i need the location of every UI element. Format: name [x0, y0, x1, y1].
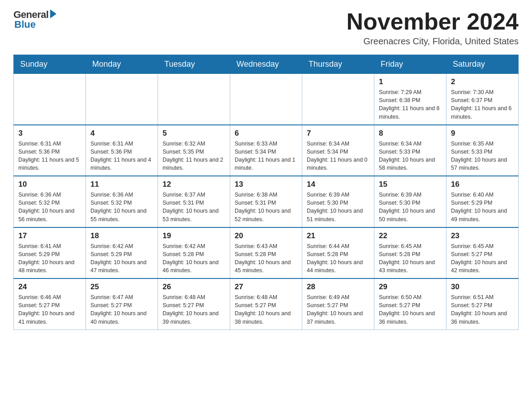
- day-number: 11: [90, 180, 153, 189]
- day-number: 10: [18, 180, 81, 189]
- logo: General Blue: [13, 9, 56, 30]
- day-number: 27: [235, 283, 297, 291]
- calendar-cell: [302, 74, 374, 125]
- calendar-cell: 7Sunrise: 6:34 AM Sunset: 5:34 PM Daylig…: [302, 125, 374, 176]
- day-info: Sunrise: 6:50 AM Sunset: 5:27 PM Dayligh…: [379, 293, 442, 326]
- calendar-cell: 8Sunrise: 6:34 AM Sunset: 5:33 PM Daylig…: [374, 125, 446, 176]
- calendar-cell: 18Sunrise: 6:42 AM Sunset: 5:29 PM Dayli…: [86, 227, 158, 279]
- day-number: 22: [379, 231, 442, 240]
- calendar-cell: 16Sunrise: 6:40 AM Sunset: 5:29 PM Dayli…: [446, 176, 519, 227]
- calendar-week-row: 10Sunrise: 6:36 AM Sunset: 5:32 PM Dayli…: [14, 176, 519, 227]
- weekday-header-sunday: Sunday: [14, 55, 86, 74]
- day-info: Sunrise: 6:36 AM Sunset: 5:32 PM Dayligh…: [18, 191, 81, 223]
- month-title: November 2024: [347, 9, 519, 34]
- day-info: Sunrise: 7:29 AM Sunset: 6:38 PM Dayligh…: [379, 88, 442, 121]
- day-info: Sunrise: 6:44 AM Sunset: 5:28 PM Dayligh…: [307, 242, 369, 275]
- day-info: Sunrise: 6:42 AM Sunset: 5:28 PM Dayligh…: [163, 242, 225, 275]
- day-info: Sunrise: 6:38 AM Sunset: 5:31 PM Dayligh…: [235, 191, 297, 223]
- day-number: 23: [451, 231, 514, 240]
- weekday-header-saturday: Saturday: [446, 55, 519, 74]
- calendar-cell: 4Sunrise: 6:31 AM Sunset: 5:36 PM Daylig…: [86, 125, 158, 176]
- calendar-cell: 13Sunrise: 6:38 AM Sunset: 5:31 PM Dayli…: [230, 176, 302, 227]
- calendar-cell: 26Sunrise: 6:48 AM Sunset: 5:27 PM Dayli…: [158, 278, 230, 330]
- calendar-cell: 10Sunrise: 6:36 AM Sunset: 5:32 PM Dayli…: [14, 176, 86, 227]
- day-number: 2: [451, 77, 514, 86]
- day-number: 29: [379, 283, 442, 291]
- weekday-header-tuesday: Tuesday: [158, 55, 230, 74]
- calendar-cell: 19Sunrise: 6:42 AM Sunset: 5:28 PM Dayli…: [158, 227, 230, 279]
- weekday-header-row: SundayMondayTuesdayWednesdayThursdayFrid…: [14, 55, 519, 74]
- day-number: 16: [451, 180, 514, 189]
- calendar-table: SundayMondayTuesdayWednesdayThursdayFrid…: [13, 55, 519, 330]
- calendar-cell: [158, 74, 230, 125]
- weekday-header-friday: Friday: [374, 55, 446, 74]
- calendar-cell: 30Sunrise: 6:51 AM Sunset: 5:27 PM Dayli…: [446, 278, 519, 330]
- day-number: 8: [379, 129, 442, 138]
- calendar-cell: [86, 74, 158, 125]
- calendar-week-row: 17Sunrise: 6:41 AM Sunset: 5:29 PM Dayli…: [14, 227, 519, 279]
- calendar-cell: 29Sunrise: 6:50 AM Sunset: 5:27 PM Dayli…: [374, 278, 446, 330]
- day-info: Sunrise: 6:39 AM Sunset: 5:30 PM Dayligh…: [379, 191, 442, 223]
- day-number: 4: [90, 129, 153, 138]
- day-number: 18: [90, 231, 153, 240]
- day-number: 13: [235, 180, 297, 189]
- day-info: Sunrise: 7:30 AM Sunset: 6:37 PM Dayligh…: [451, 88, 514, 121]
- day-info: Sunrise: 6:41 AM Sunset: 5:29 PM Dayligh…: [18, 242, 81, 275]
- day-info: Sunrise: 6:49 AM Sunset: 5:27 PM Dayligh…: [307, 293, 369, 326]
- day-number: 5: [163, 129, 225, 138]
- calendar-cell: 24Sunrise: 6:46 AM Sunset: 5:27 PM Dayli…: [14, 278, 86, 330]
- calendar-cell: 14Sunrise: 6:39 AM Sunset: 5:30 PM Dayli…: [302, 176, 374, 227]
- calendar-cell: 1Sunrise: 7:29 AM Sunset: 6:38 PM Daylig…: [374, 74, 446, 125]
- day-info: Sunrise: 6:33 AM Sunset: 5:34 PM Dayligh…: [235, 140, 297, 172]
- day-number: 14: [307, 180, 369, 189]
- day-number: 3: [18, 129, 81, 138]
- calendar-cell: 23Sunrise: 6:45 AM Sunset: 5:27 PM Dayli…: [446, 227, 519, 279]
- logo-blue-text: Blue: [14, 19, 36, 30]
- day-number: 17: [18, 231, 81, 240]
- calendar-cell: 3Sunrise: 6:31 AM Sunset: 5:36 PM Daylig…: [14, 125, 86, 176]
- day-number: 26: [163, 283, 225, 291]
- calendar-cell: 12Sunrise: 6:37 AM Sunset: 5:31 PM Dayli…: [158, 176, 230, 227]
- weekday-header-monday: Monday: [86, 55, 158, 74]
- day-info: Sunrise: 6:45 AM Sunset: 5:27 PM Dayligh…: [451, 242, 514, 275]
- day-number: 1: [379, 77, 442, 86]
- day-info: Sunrise: 6:40 AM Sunset: 5:29 PM Dayligh…: [451, 191, 514, 223]
- day-info: Sunrise: 6:48 AM Sunset: 5:27 PM Dayligh…: [235, 293, 297, 326]
- day-number: 6: [235, 129, 297, 138]
- day-number: 12: [163, 180, 225, 189]
- calendar-cell: 11Sunrise: 6:36 AM Sunset: 5:32 PM Dayli…: [86, 176, 158, 227]
- day-info: Sunrise: 6:51 AM Sunset: 5:27 PM Dayligh…: [451, 293, 514, 326]
- day-info: Sunrise: 6:42 AM Sunset: 5:29 PM Dayligh…: [90, 242, 153, 275]
- day-number: 24: [18, 283, 81, 291]
- calendar-cell: 28Sunrise: 6:49 AM Sunset: 5:27 PM Dayli…: [302, 278, 374, 330]
- calendar-cell: 21Sunrise: 6:44 AM Sunset: 5:28 PM Dayli…: [302, 227, 374, 279]
- day-info: Sunrise: 6:45 AM Sunset: 5:28 PM Dayligh…: [379, 242, 442, 275]
- day-number: 30: [451, 283, 514, 291]
- page-header: General Blue November 2024 Greenacres Ci…: [13, 9, 519, 47]
- weekday-header-thursday: Thursday: [302, 55, 374, 74]
- calendar-cell: 5Sunrise: 6:32 AM Sunset: 5:35 PM Daylig…: [158, 125, 230, 176]
- weekday-header-wednesday: Wednesday: [230, 55, 302, 74]
- day-info: Sunrise: 6:34 AM Sunset: 5:33 PM Dayligh…: [379, 140, 442, 172]
- day-info: Sunrise: 6:36 AM Sunset: 5:32 PM Dayligh…: [90, 191, 153, 223]
- day-number: 25: [90, 283, 153, 291]
- calendar-cell: 20Sunrise: 6:43 AM Sunset: 5:28 PM Dayli…: [230, 227, 302, 279]
- calendar-cell: 15Sunrise: 6:39 AM Sunset: 5:30 PM Dayli…: [374, 176, 446, 227]
- day-number: 15: [379, 180, 442, 189]
- calendar-cell: [14, 74, 86, 125]
- day-info: Sunrise: 6:48 AM Sunset: 5:27 PM Dayligh…: [163, 293, 225, 326]
- day-info: Sunrise: 6:34 AM Sunset: 5:34 PM Dayligh…: [307, 140, 369, 172]
- day-info: Sunrise: 6:37 AM Sunset: 5:31 PM Dayligh…: [163, 191, 225, 223]
- day-number: 21: [307, 231, 369, 240]
- day-info: Sunrise: 6:35 AM Sunset: 5:33 PM Dayligh…: [451, 140, 514, 172]
- day-info: Sunrise: 6:31 AM Sunset: 5:36 PM Dayligh…: [18, 140, 81, 172]
- day-number: 20: [235, 231, 297, 240]
- day-number: 7: [307, 129, 369, 138]
- day-info: Sunrise: 6:32 AM Sunset: 5:35 PM Dayligh…: [163, 140, 225, 172]
- calendar-cell: 6Sunrise: 6:33 AM Sunset: 5:34 PM Daylig…: [230, 125, 302, 176]
- calendar-week-row: 3Sunrise: 6:31 AM Sunset: 5:36 PM Daylig…: [14, 125, 519, 176]
- day-number: 28: [307, 283, 369, 291]
- calendar-cell: 17Sunrise: 6:41 AM Sunset: 5:29 PM Dayli…: [14, 227, 86, 279]
- day-info: Sunrise: 6:31 AM Sunset: 5:36 PM Dayligh…: [90, 140, 153, 172]
- calendar-week-row: 1Sunrise: 7:29 AM Sunset: 6:38 PM Daylig…: [14, 74, 519, 125]
